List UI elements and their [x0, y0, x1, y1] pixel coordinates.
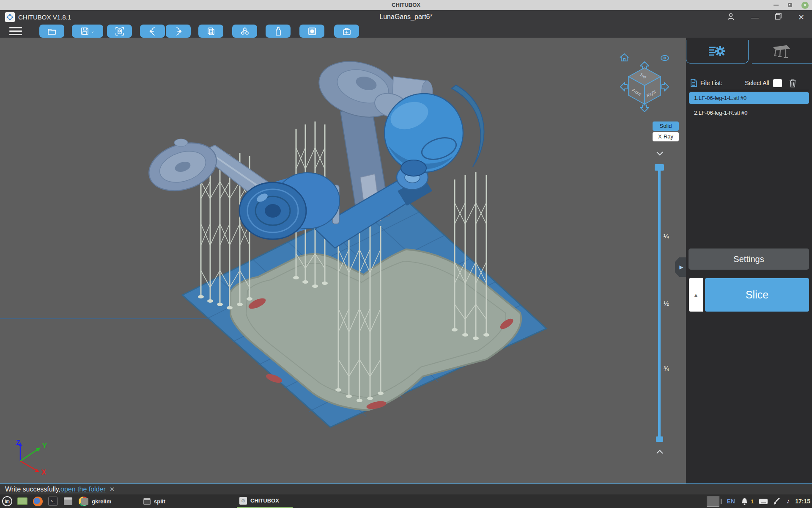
sound-note-icon[interactable]: ♪: [786, 497, 790, 505]
perspective-eye-icon[interactable]: [661, 55, 669, 61]
clip-slider-track[interactable]: [658, 164, 661, 440]
show-desktop-button[interactable]: [17, 496, 28, 507]
clip-bottom-chevron-icon[interactable]: [655, 449, 664, 455]
hollow-structure-icon: [240, 27, 250, 36]
desktop-icon: [17, 497, 27, 505]
screenshot-button[interactable]: [107, 25, 132, 38]
menu-hamburger-button[interactable]: [9, 25, 28, 36]
window-close-button[interactable]: ✕: [798, 14, 804, 21]
3d-viewport[interactable]: Z Y X: [0, 38, 686, 483]
axis-y-label: Y: [42, 442, 47, 450]
view-navigator: Top Front Right: [615, 50, 679, 116]
file-list-label: File List:: [700, 80, 722, 86]
clip-slider-handle[interactable]: [655, 164, 664, 171]
battery-icon[interactable]: [759, 499, 768, 504]
clock[interactable]: 17:15: [795, 498, 810, 505]
status-close-icon[interactable]: ✕: [110, 486, 115, 493]
task-chitubox[interactable]: ⚙ CHITUBOX: [237, 494, 293, 508]
hollow-button[interactable]: [232, 25, 257, 38]
terminal-icon: >_: [48, 497, 58, 506]
bottle-icon: [275, 27, 282, 36]
slice-button[interactable]: Slice: [705, 278, 809, 312]
os-window-title: CHITUBOX: [0, 2, 812, 8]
view-cube[interactable]: [628, 68, 661, 104]
document-title: LunaGans_part6*: [0, 13, 812, 21]
chitubox-app: { "os_bar": { "title": "CHITUBOX", "clos…: [0, 0, 812, 508]
mint-menu-button[interactable]: lm: [2, 496, 13, 507]
split-folder-icon: [143, 498, 151, 505]
rotate-left-arrow[interactable]: [620, 83, 627, 91]
clip-mark-half: ½: [664, 300, 669, 307]
mint-logo-icon: lm: [2, 496, 12, 506]
settings-button[interactable]: Settings: [689, 248, 809, 270]
app-titlebar: CHITUBOX V1.8.1 LunaGans_part6* — ✕: [0, 10, 812, 24]
3d-scene: [0, 38, 686, 483]
files-launcher[interactable]: [63, 496, 74, 507]
save-dropdown-icon[interactable]: ⌄: [91, 29, 94, 33]
terminal-launcher[interactable]: >_: [47, 496, 58, 507]
right-panel: File List: Select All 1.LF-06-leg-1-L.st…: [686, 38, 812, 483]
file-list-icon: [690, 79, 697, 87]
fill-hole-button[interactable]: [299, 25, 324, 38]
notification-bell-icon[interactable]: [741, 497, 749, 505]
notification-count[interactable]: 1: [751, 498, 754, 505]
list-gear-icon: [708, 44, 727, 59]
panel-collapse-handle[interactable]: ▶: [675, 257, 686, 277]
status-message: Write successfully,: [5, 486, 60, 493]
clip-top-chevron-icon[interactable]: [655, 150, 664, 156]
os-close-button[interactable]: ×: [801, 2, 809, 9]
hole-icon: [308, 27, 316, 36]
delete-trash-icon[interactable]: [789, 79, 797, 88]
axis-x-label: X: [41, 469, 46, 476]
axis-indicator: Z Y X: [12, 439, 52, 477]
clone-button[interactable]: [198, 25, 223, 38]
firefox-launcher[interactable]: [32, 496, 43, 507]
toolbox-plus-icon: [343, 27, 351, 36]
dig-hole-button[interactable]: [266, 25, 291, 38]
collapse-arrow-icon: ▶: [679, 264, 683, 270]
undo-arrow-icon: [148, 27, 157, 36]
select-all-checkbox[interactable]: [773, 79, 782, 87]
support-platform-icon: [770, 44, 791, 59]
keyboard-layout-indicator[interactable]: EN: [727, 498, 735, 505]
os-minimize-button[interactable]: [774, 5, 779, 6]
open-file-button[interactable]: [39, 25, 64, 38]
undo-button[interactable]: [140, 25, 165, 38]
tray-divider: [721, 499, 721, 504]
redo-button[interactable]: [166, 25, 191, 38]
redo-arrow-icon: [174, 27, 183, 36]
task-gkrellm[interactable]: gkrellm: [79, 494, 142, 508]
workspace-switcher[interactable]: [707, 496, 719, 507]
tab-file-settings[interactable]: [686, 40, 749, 64]
file-row-1[interactable]: 1.LF-06-leg-1-L.stl #0: [689, 92, 809, 104]
os-titlebar: CHITUBOX ×: [0, 0, 812, 10]
file-row-2[interactable]: 2.LF-06-leg-1-R.stl #0: [689, 107, 809, 119]
save-button[interactable]: ⌄: [72, 25, 103, 38]
model-part-orb[interactable]: [372, 85, 484, 176]
main-toolbar: ⌄: [0, 24, 812, 38]
select-all-label: Select All: [745, 80, 769, 86]
paintbrush-icon[interactable]: [773, 497, 781, 505]
copy-pages-icon: [207, 27, 215, 36]
task-split[interactable]: split: [141, 494, 208, 508]
status-bar: Write successfully, open the folder ✕: [0, 483, 812, 494]
solid-mode-button[interactable]: Solid: [653, 121, 679, 131]
tab-support[interactable]: [749, 40, 812, 64]
firefox-icon: [33, 497, 43, 506]
user-account-icon[interactable]: [727, 12, 735, 22]
rotate-down-arrow[interactable]: [640, 105, 649, 112]
open-folder-link[interactable]: open the folder: [60, 486, 106, 493]
home-view-icon[interactable]: [620, 54, 628, 61]
xray-mode-button[interactable]: X-Ray: [653, 132, 679, 141]
chitubox-task-icon: ⚙: [239, 497, 247, 505]
window-minimize-button[interactable]: —: [751, 14, 759, 21]
repair-button[interactable]: [334, 25, 359, 38]
os-restore-button[interactable]: [788, 3, 792, 7]
file-list-divider: [689, 90, 809, 90]
slice-stepper-button[interactable]: ▲: [689, 278, 703, 312]
rotate-right-arrow[interactable]: [662, 83, 669, 91]
clip-slider-end[interactable]: [656, 436, 663, 442]
window-restore-button[interactable]: [775, 13, 782, 22]
folder-open-icon: [47, 27, 57, 36]
files-icon: [64, 497, 72, 505]
